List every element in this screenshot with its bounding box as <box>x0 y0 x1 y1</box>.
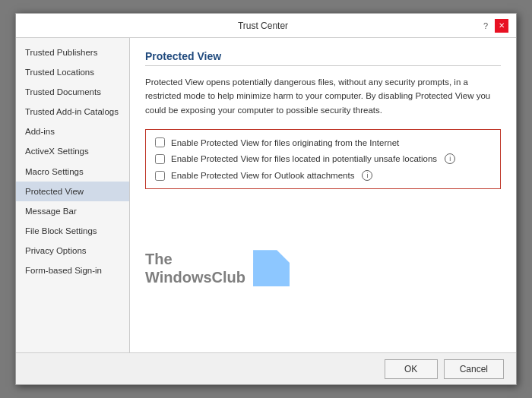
checkbox-item-internet: Enable Protected View for files originat… <box>155 137 491 147</box>
sidebar-item-trusted-addins[interactable]: Trusted Add-in Catalogs <box>16 102 129 122</box>
sidebar-item-protected-view[interactable]: Protected View <box>16 182 129 201</box>
sidebar-item-privacy[interactable]: Privacy Options <box>16 241 129 261</box>
info-icon-outlook[interactable]: i <box>362 170 372 181</box>
trust-center-dialog: Trust Center ? ✕ Trusted Publishers Trus… <box>15 13 517 385</box>
watermark: The WindowsClub <box>145 250 501 286</box>
sidebar-item-trusted-locations[interactable]: Trusted Locations <box>16 62 129 82</box>
info-icon-unsafe[interactable]: i <box>445 153 455 164</box>
dialog-body: Trusted Publishers Trusted Locations Tru… <box>16 38 516 352</box>
section-title: Protected View <box>145 50 501 66</box>
watermark-line1: The <box>145 250 245 268</box>
checkboxes-group: Enable Protected View for files originat… <box>145 129 501 189</box>
description-text: Protected View opens potentially dangero… <box>145 75 501 117</box>
title-bar: Trust Center ? ✕ <box>16 14 516 38</box>
checkbox-outlook[interactable] <box>155 171 165 181</box>
watermark-line2: WindowsClub <box>145 268 245 286</box>
sidebar-item-activex[interactable]: ActiveX Settings <box>16 141 129 161</box>
close-button[interactable]: ✕ <box>495 19 508 33</box>
dialog-footer: OK Cancel <box>16 352 516 384</box>
checkbox-unsafe-label[interactable]: Enable Protected View for files located … <box>171 154 437 163</box>
checkbox-unsafe[interactable] <box>155 154 165 164</box>
checkbox-item-outlook: Enable Protected View for Outlook attach… <box>155 170 491 181</box>
sidebar: Trusted Publishers Trusted Locations Tru… <box>16 38 130 352</box>
sidebar-item-trusted-documents[interactable]: Trusted Documents <box>16 82 129 102</box>
checkbox-outlook-label[interactable]: Enable Protected View for Outlook attach… <box>171 171 354 180</box>
sidebar-item-trusted-publishers[interactable]: Trusted Publishers <box>16 43 129 62</box>
sidebar-item-form-signin[interactable]: Form-based Sign-in <box>16 261 129 280</box>
checkbox-internet[interactable] <box>155 137 165 147</box>
sidebar-item-macro[interactable]: Macro Settings <box>16 162 129 182</box>
checkbox-internet-label[interactable]: Enable Protected View for files originat… <box>171 138 399 147</box>
watermark-text: The WindowsClub <box>145 250 245 286</box>
watermark-logo <box>253 250 290 286</box>
ok-button[interactable]: OK <box>385 359 438 379</box>
checkbox-item-unsafe: Enable Protected View for files located … <box>155 153 491 164</box>
main-content: Protected View Protected View opens pote… <box>130 38 516 352</box>
sidebar-item-addins[interactable]: Add-ins <box>16 122 129 141</box>
cancel-button[interactable]: Cancel <box>444 359 504 379</box>
help-button[interactable]: ? <box>480 20 492 32</box>
sidebar-item-file-block[interactable]: File Block Settings <box>16 221 129 241</box>
sidebar-item-message-bar[interactable]: Message Bar <box>16 201 129 221</box>
dialog-title: Trust Center <box>46 21 480 31</box>
title-bar-controls: ? ✕ <box>480 19 508 33</box>
